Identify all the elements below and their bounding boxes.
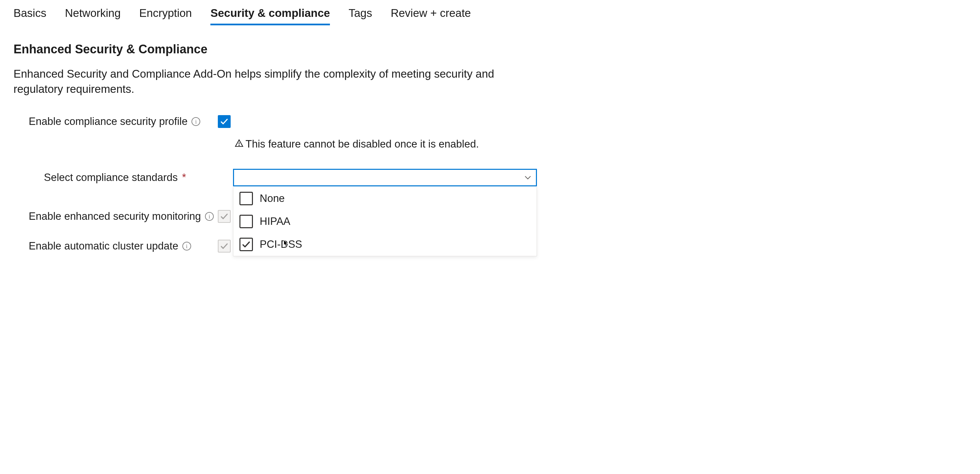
- tab-basics[interactable]: Basics: [14, 7, 46, 25]
- section-description: Enhanced Security and Compliance Add-On …: [14, 67, 520, 97]
- option-hipaa-label: HIPAA: [260, 215, 290, 227]
- tab-tags[interactable]: Tags: [348, 7, 372, 25]
- row-compliance-standards: Select compliance standards * None HIPAA: [14, 169, 966, 186]
- chevron-down-icon: [525, 173, 531, 182]
- tab-bar: Basics Networking Encryption Security & …: [14, 7, 966, 25]
- tab-review-create[interactable]: Review + create: [391, 7, 471, 25]
- tab-encryption[interactable]: Encryption: [139, 7, 192, 25]
- info-icon[interactable]: i: [182, 242, 191, 250]
- required-marker: *: [182, 172, 186, 183]
- label-enable-profile-text: Enable compliance security profile: [29, 116, 188, 127]
- option-none-checkbox[interactable]: [239, 192, 253, 205]
- option-none[interactable]: None: [233, 187, 536, 210]
- info-icon[interactable]: i: [191, 117, 200, 126]
- label-compliance-standards-text: Select compliance standards: [44, 172, 178, 183]
- tab-networking[interactable]: Networking: [65, 7, 121, 25]
- tab-security-compliance[interactable]: Security & compliance: [210, 7, 330, 25]
- option-hipaa-checkbox[interactable]: [239, 215, 253, 228]
- option-hipaa[interactable]: HIPAA: [233, 210, 536, 233]
- label-enable-monitoring-text: Enable enhanced security monitoring: [29, 210, 201, 223]
- compliance-standards-dropdown[interactable]: [233, 169, 537, 186]
- compliance-standards-dropdown-wrap: None HIPAA PCI-DSS: [233, 169, 537, 186]
- checkbox-enable-auto-update[interactable]: [218, 240, 231, 253]
- option-pci-dss[interactable]: PCI-DSS: [233, 233, 536, 256]
- row-enable-profile: Enable compliance security profile i: [14, 115, 966, 128]
- info-icon[interactable]: i: [205, 212, 214, 221]
- option-none-label: None: [260, 192, 285, 205]
- warning-icon: [235, 139, 243, 150]
- warning-text: This feature cannot be disabled once it …: [245, 138, 479, 150]
- section-title: Enhanced Security & Compliance: [14, 42, 966, 56]
- option-pci-dss-label: PCI-DSS: [260, 239, 302, 250]
- label-compliance-standards: Select compliance standards *: [44, 169, 233, 184]
- label-enable-auto-update: Enable automatic cluster update i: [29, 240, 218, 252]
- label-enable-profile: Enable compliance security profile i: [29, 116, 218, 127]
- checkbox-enable-profile[interactable]: [218, 115, 231, 128]
- warning-profile: This feature cannot be disabled once it …: [235, 138, 966, 150]
- label-enable-auto-update-text: Enable automatic cluster update: [29, 240, 178, 252]
- checkbox-enable-monitoring[interactable]: [218, 210, 231, 223]
- compliance-standards-menu: None HIPAA PCI-DSS: [233, 187, 537, 256]
- option-pci-dss-checkbox[interactable]: [239, 238, 253, 251]
- label-enable-monitoring: Enable enhanced security monitoring i: [29, 210, 218, 223]
